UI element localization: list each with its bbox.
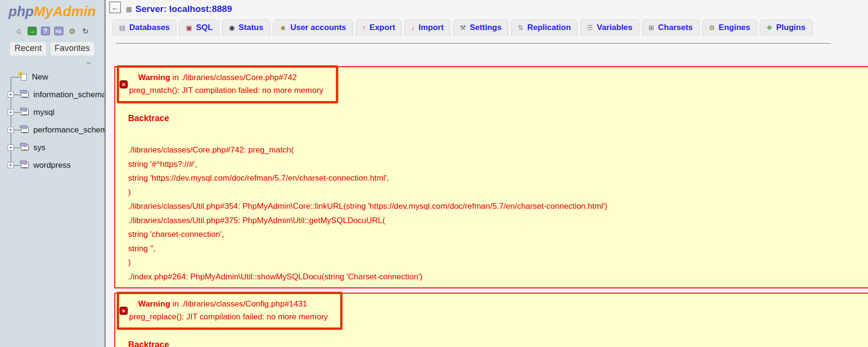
backtrace-heading: Backtrace — [128, 340, 868, 347]
tab-replication[interactable]: ⇅ Replication — [511, 20, 577, 36]
database-icon — [21, 162, 29, 168]
tree-item-information-schema[interactable]: + information_schema — [0, 86, 104, 103]
warning-title: Warning in ./libraries/classes/Config.ph… — [129, 297, 328, 310]
error-container: ✕ Warning in ./libraries/classes/Config.… — [114, 293, 868, 347]
expand-icon[interactable]: + — [8, 144, 14, 151]
tree-item-label: wordpress — [33, 161, 71, 170]
link-with-main-panel-icon[interactable]: ∞ — [87, 59, 91, 66]
tab-label: User accounts — [290, 23, 346, 32]
tab-label: Status — [239, 23, 263, 32]
expand-icon[interactable]: + — [8, 92, 14, 98]
tree-item-label: information_schema — [33, 90, 104, 100]
tree-item-mysql[interactable]: + mysql — [0, 103, 104, 121]
tab-label: Export — [370, 23, 395, 32]
server-breadcrumb[interactable]: ▦ Server: localhost:8889 — [126, 4, 232, 14]
backtrace-line: string 'https://dev.mysql.com/doc/refman… — [128, 171, 868, 185]
sql-window-icon[interactable]: SQL — [54, 27, 63, 35]
reload-icon[interactable]: ↻ — [81, 27, 90, 35]
tab-sql[interactable]: ▣ SQL — [179, 20, 219, 36]
tab-label: Engines — [719, 23, 750, 32]
backtrace-line: string '#^https?://#', — [128, 157, 868, 172]
logo-myadmin-part: MyAdmin — [34, 4, 96, 19]
warning-detail: preg_match(): JIT compilation failed: no… — [129, 84, 323, 97]
warning-detail: preg_replace(): JIT compilation failed: … — [129, 310, 328, 323]
import-icon: ↓ — [411, 24, 414, 31]
expand-icon[interactable]: + — [8, 162, 14, 168]
new-database-icon — [21, 74, 27, 81]
header-divider — [116, 43, 830, 44]
settings-icon: ⚒ — [460, 24, 466, 31]
expand-icon[interactable]: + — [8, 127, 14, 133]
sidebar-quick-tabs: Recent Favorites — [0, 42, 104, 56]
error-x-icon: ✕ — [120, 81, 128, 89]
backtrace-line: ./libraries/classes/Util.php#375: PhpMyA… — [128, 214, 868, 228]
warning-title: Warning in ./libraries/classes/Core.php#… — [129, 71, 323, 84]
tab-label: SQL — [196, 23, 213, 32]
tree-item-label: sys — [33, 143, 46, 153]
tree-item-performance-schema[interactable]: + performance_schema — [0, 121, 104, 139]
tree-item-sys[interactable]: + sys — [0, 139, 104, 156]
variables-icon: ☰ — [587, 24, 593, 31]
tab-status[interactable]: ◉ Status — [222, 20, 270, 36]
tree-item-label: performance_schema — [33, 125, 104, 135]
tab-label: Databases — [129, 23, 170, 32]
expand-icon[interactable]: + — [8, 109, 14, 115]
error-x-icon: ✕ — [120, 307, 128, 315]
backtrace-line: ) — [128, 185, 868, 200]
tree-item-label: mysql — [33, 108, 54, 117]
home-icon[interactable]: ⌂ — [14, 27, 23, 35]
export-icon: ↑ — [363, 24, 366, 31]
favorites-button[interactable]: Favorites — [50, 42, 94, 56]
engines-icon: ⚙ — [709, 24, 715, 31]
settings-icon[interactable]: ⚙ — [68, 27, 77, 35]
server-tabs: ▤ Databases ▣ SQL ◉ Status ☻ User accoun… — [112, 20, 812, 36]
error-container: ✕ Warning in ./libraries/classes/Core.ph… — [114, 66, 868, 288]
tab-variables[interactable]: ☰ Variables — [580, 20, 639, 36]
tab-label: Replication — [527, 23, 571, 32]
navigation-sidebar: phpMyAdmin ⌂ → ? SQL ⚙ ↻ Recent Favorite… — [0, 0, 106, 347]
tab-user-accounts[interactable]: ☻ User accounts — [273, 20, 353, 36]
tab-databases[interactable]: ▤ Databases — [112, 20, 176, 36]
database-icon — [21, 144, 29, 151]
tab-label: Variables — [597, 23, 633, 32]
backtrace-line: ./libraries/classes/Core.php#742: preg_m… — [128, 143, 868, 157]
tab-label: Import — [418, 23, 444, 32]
sidebar-toolbar: ⌂ → ? SQL ⚙ ↻ — [0, 26, 104, 36]
tab-import[interactable]: ↓ Import — [404, 20, 450, 36]
tree-item-new[interactable]: New — [0, 68, 104, 86]
help-icon[interactable]: ? — [41, 27, 50, 35]
server-icon: ▦ — [126, 5, 132, 13]
tab-settings[interactable]: ⚒ Settings — [453, 20, 508, 36]
user-accounts-icon: ☻ — [280, 24, 287, 31]
charsets-icon: ⊞ — [649, 24, 655, 31]
link-row: ∞ — [0, 60, 104, 67]
exit-icon[interactable]: → — [28, 27, 37, 35]
tab-charsets[interactable]: ⊞ Charsets — [642, 20, 700, 36]
tree-item-label: New — [32, 72, 48, 82]
backtrace-lines: ./libraries/classes/Core.php#742: preg_m… — [128, 143, 868, 284]
backtrace-line: ./libraries/classes/Util.php#354: PhpMyA… — [128, 199, 868, 214]
tab-label: Charsets — [658, 23, 693, 32]
sql-icon: ▣ — [186, 24, 192, 31]
backtrace-line: ) — [128, 255, 868, 270]
collapse-sidebar-button[interactable]: ← — [109, 1, 121, 13]
tab-plugins[interactable]: ❖ Plugins — [760, 20, 812, 36]
database-icon — [21, 127, 29, 133]
recent-button[interactable]: Recent — [10, 42, 46, 56]
logo-php-part: php — [9, 4, 34, 19]
warning-message-box: ✕ Warning in ./libraries/classes/Core.ph… — [117, 65, 338, 103]
backtrace-line: string 'charset-connection', — [128, 227, 868, 242]
status-icon: ◉ — [229, 24, 234, 31]
database-icon — [21, 109, 29, 115]
backtrace-line: string '', — [128, 242, 868, 256]
tree-item-wordpress[interactable]: + wordpress — [0, 156, 104, 174]
page-title: Server: localhost:8889 — [135, 4, 232, 14]
tab-export[interactable]: ↑ Export — [356, 20, 402, 36]
tab-label: Plugins — [776, 23, 805, 32]
phpmyadmin-logo[interactable]: phpMyAdmin — [0, 4, 104, 20]
database-icon — [21, 92, 29, 98]
warning-message-box: ✕ Warning in ./libraries/classes/Config.… — [117, 292, 343, 330]
database-tree: New + information_schema + mysql + perfo… — [0, 68, 104, 174]
tab-engines[interactable]: ⚙ Engines — [702, 20, 757, 36]
backtrace-line: ./index.php#264: PhpMyAdmin\Util::showMy… — [128, 270, 868, 284]
